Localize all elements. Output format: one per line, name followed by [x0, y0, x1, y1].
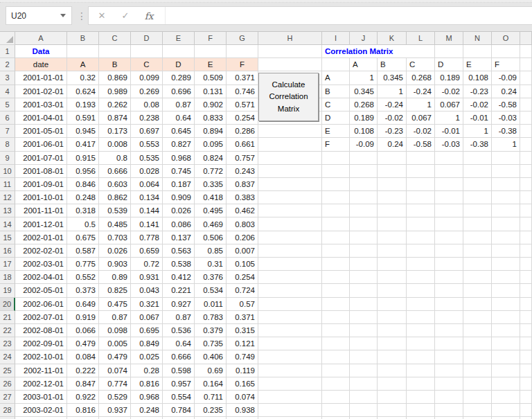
cell-C8[interactable]: 0.008	[99, 138, 131, 151]
cell-F25[interactable]: 0.69	[195, 364, 227, 377]
col-header-K[interactable]: K	[378, 32, 407, 45]
cell-M20[interactable]	[435, 298, 463, 311]
cell-L5[interactable]: 1	[407, 98, 435, 112]
cell-I3[interactable]: A	[322, 71, 350, 84]
cell-B4[interactable]: 0.624	[67, 85, 99, 98]
cell-O21[interactable]	[492, 311, 520, 324]
col-header-I[interactable]: I	[322, 32, 350, 45]
cell-D16[interactable]: 0.659	[131, 244, 163, 258]
cell-E10[interactable]: 0.745	[163, 165, 195, 178]
cell-E20[interactable]: 0.927	[163, 298, 195, 311]
cell-G1[interactable]	[227, 45, 258, 58]
cell-D21[interactable]: 0.067	[131, 311, 163, 324]
cell-N9[interactable]	[463, 152, 492, 165]
cell-B7[interactable]: 0.945	[67, 125, 99, 138]
cell-B5[interactable]: 0.193	[67, 98, 99, 112]
cell-L8[interactable]: -0.58	[407, 138, 435, 151]
cell-D25[interactable]: 0.28	[131, 364, 163, 377]
cell-I19[interactable]	[322, 284, 350, 297]
cell-L13[interactable]	[407, 204, 435, 217]
cell-K2[interactable]: B	[378, 58, 407, 71]
cell-F12[interactable]: 0.418	[195, 191, 227, 204]
cell-D11[interactable]: 0.064	[131, 178, 163, 191]
cell-P2[interactable]	[520, 58, 532, 71]
cell-D9[interactable]: 0.535	[131, 152, 163, 165]
cell-B14[interactable]: 0.5	[67, 217, 99, 231]
cell-P6[interactable]	[520, 112, 532, 125]
cell-P27[interactable]	[520, 391, 532, 404]
cell-B27[interactable]: 0.922	[67, 391, 99, 404]
cell-D19[interactable]: 0.043	[131, 284, 163, 297]
cell-P23[interactable]	[520, 337, 532, 350]
cell-A23[interactable]: 2002-09-01	[15, 337, 67, 350]
cell-C14[interactable]: 0.485	[99, 217, 131, 231]
cell-L9[interactable]	[407, 152, 435, 165]
row-header-11[interactable]: 11	[0, 178, 15, 191]
cell-G28[interactable]: 0.938	[227, 404, 258, 417]
cell-E22[interactable]: 0.536	[163, 324, 195, 337]
cell-K22[interactable]	[378, 324, 407, 337]
cell-B18[interactable]: 0.552	[67, 271, 99, 284]
cell-M9[interactable]	[435, 152, 463, 165]
cell-O18[interactable]	[492, 271, 520, 284]
cell-N24[interactable]	[463, 350, 492, 364]
cell-J18[interactable]	[350, 271, 378, 284]
cell-D14[interactable]: 0.141	[131, 217, 163, 231]
cell-B17[interactable]: 0.775	[67, 258, 99, 271]
cell-A15[interactable]: 2002-01-01	[15, 231, 67, 244]
cell-N28[interactable]	[463, 404, 492, 417]
cell-G4[interactable]: 0.746	[227, 85, 258, 98]
cell-D26[interactable]: 0.816	[131, 377, 163, 391]
cell-P3[interactable]	[520, 71, 532, 84]
cell-L4[interactable]: -0.24	[407, 85, 435, 98]
cell-E8[interactable]: 0.827	[163, 138, 195, 151]
cell-O13[interactable]	[492, 204, 520, 217]
cell-C9[interactable]: 0.8	[99, 152, 131, 165]
cell-N16[interactable]	[463, 244, 492, 258]
cell-N1[interactable]	[463, 45, 492, 58]
cell-J21[interactable]	[350, 311, 378, 324]
cell-P17[interactable]	[520, 258, 532, 271]
cell-N15[interactable]	[463, 231, 492, 244]
cell-F6[interactable]: 0.833	[195, 112, 227, 125]
cell-P14[interactable]	[520, 217, 532, 231]
cell-J23[interactable]	[350, 337, 378, 350]
cell-O20[interactable]	[492, 298, 520, 311]
cell-G22[interactable]: 0.315	[227, 324, 258, 337]
cell-N14[interactable]	[463, 217, 492, 231]
cell-E7[interactable]: 0.645	[163, 125, 195, 138]
cell-O2[interactable]: F	[492, 58, 520, 71]
cell-M1[interactable]	[435, 45, 463, 58]
cell-B28[interactable]: 0.816	[67, 404, 99, 417]
cell-D3[interactable]: 0.099	[131, 71, 163, 84]
cell-M28[interactable]	[435, 404, 463, 417]
cell-I9[interactable]	[322, 152, 350, 165]
cell-P22[interactable]	[520, 324, 532, 337]
cell-D23[interactable]: 0.849	[131, 337, 163, 350]
cancel-icon[interactable]: ✕	[90, 10, 114, 21]
cell-G11[interactable]: 0.837	[227, 178, 258, 191]
cell-F5[interactable]: 0.902	[195, 98, 227, 112]
cell-K4[interactable]: 1	[378, 85, 407, 98]
row-header-22[interactable]: 22	[0, 324, 15, 337]
cell-F22[interactable]: 0.379	[195, 324, 227, 337]
col-header-J[interactable]: J	[350, 32, 378, 45]
cell-E15[interactable]: 0.137	[163, 231, 195, 244]
cell-I5[interactable]: C	[322, 98, 350, 112]
cell-C4[interactable]: 0.989	[99, 85, 131, 98]
cell-A12[interactable]: 2001-10-01	[15, 191, 67, 204]
cell-D15[interactable]: 0.778	[131, 231, 163, 244]
cell-J20[interactable]	[350, 298, 378, 311]
insert-function-icon[interactable]: fx	[137, 10, 161, 21]
cell-M24[interactable]	[435, 350, 463, 364]
row-header-21[interactable]: 21	[0, 311, 15, 324]
cell-O1[interactable]	[492, 45, 520, 58]
cell-M17[interactable]	[435, 258, 463, 271]
cell-A10[interactable]: 2001-08-01	[15, 165, 67, 178]
cell-J14[interactable]	[350, 217, 378, 231]
cell-F24[interactable]: 0.406	[195, 350, 227, 364]
cell-C28[interactable]: 0.937	[99, 404, 131, 417]
cell-L6[interactable]: 0.067	[407, 112, 435, 125]
cell-I17[interactable]	[322, 258, 350, 271]
cell-A21[interactable]: 2002-07-01	[15, 311, 67, 324]
